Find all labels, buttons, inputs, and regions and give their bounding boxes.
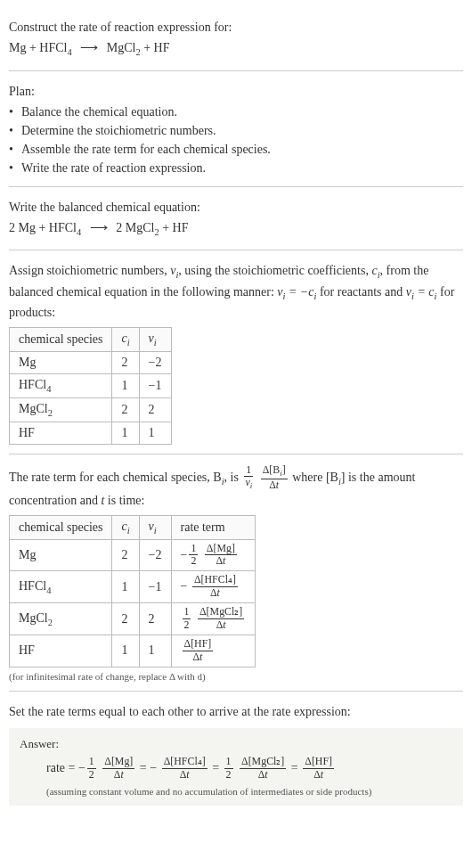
rate-table: chemical species ci νi rate term Mg 2 −2… <box>9 515 256 667</box>
table-row: MgCl2 2 2 <box>10 397 172 422</box>
arrow-icon: ⟶ <box>80 38 98 57</box>
cell-species: HFCl4 <box>10 373 112 397</box>
num: Δ[MgCl₂] <box>240 757 286 769</box>
bal-rhs2: + HF <box>159 221 189 234</box>
t: t <box>120 768 123 781</box>
sub-i: i <box>154 338 157 348</box>
sign: − <box>181 547 188 561</box>
balanced-title: Write the balanced chemical equation: <box>9 198 463 217</box>
num: Δ[HF] <box>183 639 214 651</box>
fraction: 12 <box>189 544 198 568</box>
num: 1 <box>189 544 198 556</box>
sub-i: i <box>250 482 252 491</box>
th-ci: ci <box>112 328 139 352</box>
cell-nu: −1 <box>139 373 171 397</box>
fraction: Δ[HF]Δt <box>183 639 214 663</box>
neg: − <box>150 760 157 774</box>
cell-c: 1 <box>112 635 139 667</box>
t: t <box>217 586 220 599</box>
delta: Δ <box>313 768 321 781</box>
den: 2 <box>224 769 233 781</box>
t: t <box>223 618 225 631</box>
table-row: HFCl4 1 −1 − Δ[HFCl₄]Δt <box>10 571 256 603</box>
balanced-section: Write the balanced chemical equation: 2 … <box>9 187 463 251</box>
eq-sign: = <box>291 760 301 774</box>
prompt-text: Construct the rate of reaction expressio… <box>9 18 463 37</box>
t: t <box>321 768 323 781</box>
num: Δ[Mg] <box>205 544 237 556</box>
txt: where [B <box>292 470 338 483</box>
rateterm-section: The rate term for each chemical species,… <box>9 454 463 692</box>
cell-nu: 1 <box>139 422 171 444</box>
bal-lhs: 2 Mg + HFCl <box>9 221 77 234</box>
th-species: chemical species <box>10 515 112 539</box>
sub-i: i <box>127 338 130 348</box>
plan-item: •Write the rate of reaction expression. <box>9 159 463 177</box>
sp: MgCl <box>19 402 48 415</box>
th-species: chemical species <box>10 328 112 352</box>
den: Δt <box>208 587 222 599</box>
table-row: Mg 2 −2 <box>10 351 172 373</box>
table-row: HFCl4 1 −1 <box>10 373 172 397</box>
t: t <box>223 554 225 567</box>
eq-rhs2: + HF <box>141 41 170 54</box>
t: t <box>199 651 202 663</box>
cell-c: 2 <box>112 351 139 373</box>
den: Δt <box>215 619 228 631</box>
cell-species: HFCl4 <box>10 571 112 603</box>
plan-item: •Determine the stoichiometric numbers. <box>9 121 463 140</box>
sub-i: i <box>127 526 130 536</box>
bullet-icon: • <box>9 102 16 121</box>
assign-section: Assign stoichiometric numbers, νi, using… <box>9 250 463 454</box>
plan-section: Plan: •Balance the chemical equation. •D… <box>9 71 463 187</box>
assign-text: Assign stoichiometric numbers, νi, using… <box>9 261 463 322</box>
den: νi <box>243 477 254 490</box>
final-title: Set the rate terms equal to each other t… <box>9 702 463 721</box>
num: Δ[HFCl₄] <box>162 757 208 769</box>
txt: for reactants and <box>316 285 405 299</box>
plan-title: Plan: <box>9 82 463 101</box>
answer-label: Answer: <box>20 737 452 751</box>
num: Δ[HFCl₄] <box>192 575 238 587</box>
eq-lhs: Mg + HFCl <box>9 41 67 54</box>
table-row: MgCl2 2 2 12 Δ[MgCl₂]Δt <box>10 603 256 635</box>
cell-rate: − Δ[HFCl₄]Δt <box>171 571 256 603</box>
cell-rate: Δ[HF]Δt <box>171 635 256 667</box>
txt: The rate term for each chemical species,… <box>9 470 222 483</box>
answer-expression: rate = −12 Δ[Mg]Δt = − Δ[HFCl₄]Δt = 12 Δ… <box>46 757 452 781</box>
fraction: Δ[Bi]Δt <box>261 465 288 491</box>
fraction: Δ[HFCl₄]Δt <box>162 757 208 781</box>
cell-c: 1 <box>112 422 139 444</box>
sign: − <box>181 579 188 593</box>
sp: MgCl <box>19 611 48 625</box>
th-nui: νi <box>139 515 171 539</box>
fraction: Δ[HF]Δt <box>303 757 334 781</box>
num: Δ[MgCl₂] <box>198 607 244 619</box>
txt: is time: <box>104 494 144 507</box>
num: 1 <box>183 607 191 619</box>
spsub: 2 <box>48 408 53 418</box>
answer-box: Answer: rate = −12 Δ[Mg]Δt = − Δ[HFCl₄]Δ… <box>9 728 463 806</box>
num: Δ[Mg] <box>102 757 134 769</box>
fraction: Δ[MgCl₂]Δt <box>240 757 286 781</box>
cell-c: 1 <box>112 571 139 603</box>
den: Δt <box>312 769 325 781</box>
t: t <box>186 768 189 781</box>
th-nui: νi <box>139 328 171 352</box>
spsub: 2 <box>48 618 53 627</box>
den: Δt <box>178 769 191 781</box>
txt: Assign stoichiometric numbers, <box>9 264 170 277</box>
cell-c: 2 <box>112 603 139 635</box>
rate-note: (for infinitesimal rate of change, repla… <box>9 671 463 682</box>
table-header-row: chemical species ci νi rate term <box>10 515 256 539</box>
cell-nu: 1 <box>139 635 171 667</box>
plan-item-text: Assemble the rate term for each chemical… <box>21 140 271 159</box>
table-row: HF 1 1 <box>10 422 172 444</box>
t: t <box>264 768 267 781</box>
num: Δ[HF] <box>303 757 334 769</box>
den: 2 <box>189 555 198 567</box>
spsub: 4 <box>46 384 51 394</box>
rateterm-text: The rate term for each chemical species,… <box>9 465 463 510</box>
spsub: 4 <box>46 585 51 595</box>
num: Δ[Bi] <box>261 465 288 479</box>
